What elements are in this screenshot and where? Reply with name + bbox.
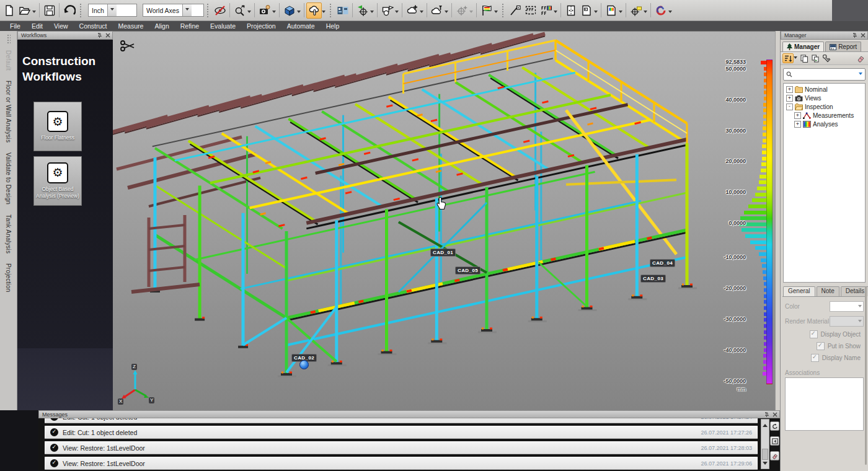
primitives-icon[interactable]	[379, 2, 395, 19]
left-tab-tank-analysis[interactable]: Tank Analysis	[5, 214, 12, 253]
tree-expander[interactable]: +	[794, 112, 801, 119]
units-combobox[interactable]: Inch	[88, 4, 137, 17]
units-combo-button[interactable]	[107, 4, 117, 16]
scroll-down-icon[interactable]	[763, 462, 768, 467]
tree-item-inspection[interactable]: -Inspection	[784, 103, 865, 111]
checkbox-display-object[interactable]	[810, 330, 818, 338]
primitives-dropdown[interactable]	[395, 11, 399, 15]
message-row[interactable]: View: Restore: 1stLevelDoor26.07.2021 17…	[45, 457, 758, 470]
open-file-dropdown[interactable]	[32, 11, 36, 15]
scroll-up-icon[interactable]	[763, 421, 768, 427]
3d-viewport[interactable]: CAD_01 CAD_05 CAD_04 CAD_03 CAD_02 Z X Y…	[113, 31, 775, 410]
left-tab-default[interactable]: Default	[5, 50, 12, 71]
associations-listbox[interactable]	[785, 377, 864, 431]
left-tab-floor-or-wall-analysis[interactable]: Floor or Wall Analysis	[5, 81, 12, 143]
polyworks-logo-dropdown[interactable]	[668, 11, 672, 15]
cad-label[interactable]: CAD_03	[640, 275, 666, 283]
view-cube-icon[interactable]	[281, 2, 297, 19]
menu-item-edit[interactable]: Edit	[26, 22, 48, 30]
toolbar-grip[interactable]	[502, 3, 505, 18]
target-star-dropdown[interactable]	[469, 11, 473, 15]
checkbox-display-name[interactable]	[811, 354, 819, 362]
tree-expander[interactable]: +	[786, 86, 793, 93]
checkbox-put-in-show[interactable]	[817, 342, 825, 350]
target-star-icon[interactable]	[454, 2, 469, 19]
floor-flatness-grid-icon[interactable]	[523, 2, 538, 19]
tree-expander[interactable]: +	[794, 121, 801, 128]
target-tag-icon[interactable]	[628, 2, 644, 19]
cloud-pin-icon[interactable]	[429, 2, 445, 19]
touch-select-cloud-icon[interactable]	[306, 2, 322, 19]
pin-icon[interactable]	[97, 33, 102, 38]
scroll-thumb[interactable]	[762, 449, 768, 460]
messages-titlebar[interactable]: Messages	[38, 410, 780, 418]
object-tree[interactable]: +Nominal+Views-Inspection+Measurements+A…	[783, 83, 866, 283]
undo-button[interactable]	[61, 2, 77, 19]
floor-flatness-colormap-icon[interactable]	[538, 2, 554, 19]
search-dropdown[interactable]	[859, 73, 862, 77]
alignment-target-icon[interactable]	[355, 2, 370, 19]
tree-expander[interactable]: +	[786, 95, 793, 102]
tree-item-measurements[interactable]: +Measurements	[784, 112, 865, 120]
clamp-analysis-icon[interactable]	[563, 2, 578, 19]
menu-item-view[interactable]: View	[48, 22, 74, 30]
touch-select-dropdown[interactable]	[322, 11, 326, 15]
new-file-button[interactable]	[1, 2, 17, 19]
clear-messages-button[interactable]	[770, 451, 779, 460]
menu-item-help[interactable]: Help	[321, 22, 345, 30]
message-row[interactable]: Edit: Cut: 1 object deleted26.07.2021 17…	[45, 418, 758, 423]
left-tab-validate-to-design[interactable]: Validate to Design	[5, 152, 12, 205]
measurement-flag-dropdown[interactable]	[494, 11, 498, 15]
menu-item-projection[interactable]: Projection	[241, 22, 281, 30]
reference-sphere[interactable]	[299, 360, 309, 369]
alignment-target-dropdown[interactable]	[370, 11, 374, 15]
tree-item-analyses[interactable]: +Analyses	[784, 120, 865, 128]
save-button[interactable]	[42, 2, 57, 19]
coordinate-system-combo-button[interactable]	[182, 4, 192, 16]
floor-flatness-button[interactable]: ⚙ Floor Flatness	[33, 102, 82, 151]
snapshot-dropdown[interactable]	[272, 11, 276, 15]
zoom-review-dropdown[interactable]	[247, 11, 251, 15]
cad-label[interactable]: CAD_01	[430, 249, 456, 257]
view-cube-dropdown[interactable]	[297, 11, 301, 15]
split-view-icon[interactable]	[335, 2, 350, 19]
pin-icon[interactable]	[764, 412, 769, 417]
cad-label[interactable]: CAD_05	[455, 266, 480, 275]
menu-item-construct[interactable]: Construct	[74, 22, 113, 30]
hide-objects-eye-icon[interactable]	[212, 2, 228, 19]
tab-manager[interactable]: Manager	[782, 42, 824, 51]
message-row[interactable]: View: Restore: 1stLevelDoor26.07.2021 17…	[45, 441, 758, 454]
workflows-titlebar[interactable]: Workflows	[17, 31, 113, 40]
menu-item-refine[interactable]: Refine	[175, 22, 205, 30]
tab-report[interactable]: Report	[825, 42, 861, 51]
close-icon[interactable]	[105, 33, 110, 38]
close-icon[interactable]	[773, 412, 777, 417]
messages-scrollbar[interactable]	[761, 419, 769, 469]
tab-general[interactable]: General	[783, 286, 815, 296]
duplicate-icon[interactable]	[810, 53, 821, 63]
object-report-icon[interactable]	[578, 2, 594, 19]
sort-button[interactable]	[782, 53, 794, 63]
menu-item-align[interactable]: Align	[149, 22, 174, 30]
close-icon[interactable]	[861, 33, 866, 38]
toolbar-grip[interactable]	[329, 3, 332, 18]
message-row[interactable]: Edit: Cut: 1 object deleted26.07.2021 17…	[45, 426, 758, 439]
sort-dropdown[interactable]	[794, 56, 797, 61]
zoom-review-icon[interactable]	[232, 2, 247, 19]
search-box[interactable]	[783, 68, 866, 81]
menu-item-automate[interactable]: Automate	[281, 22, 321, 30]
toolbar-grip[interactable]	[79, 3, 82, 18]
cloud-add-dropdown[interactable]	[420, 11, 423, 15]
render-material-select[interactable]	[830, 316, 864, 327]
colormap-report-icon[interactable]	[603, 2, 619, 19]
pin-icon[interactable]	[852, 33, 857, 38]
copy-icon[interactable]	[799, 53, 810, 63]
target-tag-dropdown[interactable]	[644, 11, 647, 15]
tab-note[interactable]: Note	[817, 286, 839, 296]
floor-flatness-colormap-dropdown[interactable]	[554, 11, 557, 15]
properties-wrench-icon[interactable]	[821, 53, 832, 63]
object-based-analysis-button[interactable]: ⚙ Object Based Analysis (Preview)	[33, 156, 82, 206]
tree-item-views[interactable]: +Views	[784, 94, 865, 102]
probe-line-icon[interactable]	[507, 2, 523, 19]
tree-expander[interactable]: -	[786, 103, 793, 110]
